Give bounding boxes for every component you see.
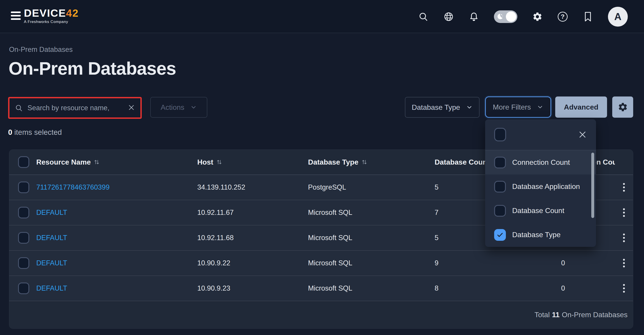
dropdown-select-all-checkbox[interactable] [494,128,506,141]
row-actions-kebab[interactable] [622,257,626,269]
top-navbar: DEVICE42 A Freshworks Company [0,0,644,33]
avatar-letter: A [614,11,622,22]
gear-icon[interactable] [532,12,542,22]
select-all-checkbox[interactable] [18,156,29,168]
resource-name-link[interactable]: DEFAULT [36,234,67,242]
column-header-host[interactable]: Host [197,158,308,166]
selection-count: 0 [8,128,12,136]
column-label: Host [197,158,213,166]
row-checkbox[interactable] [18,232,29,244]
advanced-button[interactable]: Advanced [555,97,607,118]
clear-search-icon[interactable] [128,104,135,112]
option-checkbox[interactable] [494,157,506,168]
row-actions-kebab[interactable] [622,283,626,294]
column-label: Database Count [435,158,490,166]
host-cell: 10.92.11.68 [197,234,308,242]
table-settings-button[interactable] [612,97,633,118]
device42-logo[interactable]: DEVICE42 A Freshworks Company [24,7,79,24]
page-title: On-Prem Databases [8,58,176,79]
search-icon [15,104,23,112]
check-icon [496,231,504,239]
actions-label: Actions [161,103,184,112]
database-count-cell: 9 [435,259,561,267]
filter-option-database-application[interactable]: Database Application [485,174,596,199]
moon-icon [496,13,504,22]
column-label: Database Type [308,158,358,166]
dropdown-scrollbar-thumb[interactable] [591,153,594,218]
breadcrumb[interactable]: On-Prem Databases [9,46,73,54]
sort-icon[interactable] [216,159,222,165]
search-box-annotation-highlight[interactable] [8,97,142,119]
logo-text: DEVICE [24,7,66,19]
sort-icon[interactable] [361,159,368,165]
database-type-cell: Microsoft SQL [308,208,435,217]
filter-option-database-type[interactable]: Database Type [485,223,596,247]
table-row: DEFAULT 10.90.9.22 Microsoft SQL 9 0 [9,251,633,276]
toggle-knob [506,12,516,22]
column-header-database-type[interactable]: Database Type [308,158,435,166]
filter-option-connection-count[interactable]: Connection Count [485,150,596,174]
gear-icon [618,102,628,112]
database-type-cell: PostgreSQL [308,183,435,191]
table-row: DEFAULT 10.90.9.23 Microsoft SQL 8 0 [9,276,633,301]
column-label: Resource Name [36,158,91,166]
dropdown-header [485,119,596,150]
host-cell: 10.92.11.67 [197,208,308,217]
resource-name-link[interactable]: DEFAULT [36,284,67,292]
globe-icon[interactable] [444,12,454,22]
resource-name-link[interactable]: DEFAULT [36,259,67,267]
logo-subtitle: A Freshworks Company [24,20,79,24]
total-count: 11 [552,311,560,319]
chevron-down-icon [190,104,197,111]
host-cell: 10.90.9.22 [197,259,308,267]
app-screen: DEVICE42 A Freshworks Company [0,0,644,335]
theme-toggle[interactable] [494,10,517,23]
option-checkbox-checked[interactable] [494,229,506,241]
more-filters-button[interactable]: More Filters [485,97,551,118]
close-icon[interactable] [578,130,587,139]
option-label: Database Application [512,182,580,191]
column-header-resource-name[interactable]: Resource Name [36,158,197,166]
search-icon[interactable] [418,12,428,22]
database-type-cell: Microsoft SQL [308,259,435,267]
option-label: Database Type [512,231,561,239]
database-type-filter-label: Database Type [412,103,460,112]
row-checkbox[interactable] [18,282,29,294]
help-icon[interactable]: ? [558,12,568,22]
resource-name-link[interactable]: 7117261778463760399 [36,183,110,191]
selection-status: 0 items selected [8,128,62,137]
more-filters-dropdown: Connection Count Database Application Da… [485,119,596,247]
database-count-cell: 8 [435,284,561,292]
row-actions-kebab[interactable] [622,232,626,243]
total-prefix: Total [534,311,550,319]
option-label: Connection Count [512,158,570,167]
row-checkbox[interactable] [18,181,29,193]
row-actions-kebab[interactable] [622,182,626,193]
filter-option-database-count[interactable]: Database Count [485,199,596,223]
bookmark-icon[interactable] [583,12,593,22]
resource-name-link[interactable]: DEFAULT [36,208,67,216]
total-suffix: On-Prem Databases [562,311,628,319]
chevron-down-icon [537,104,544,111]
actions-button[interactable]: Actions [150,97,207,118]
user-avatar[interactable]: A [608,7,628,27]
option-checkbox[interactable] [494,181,506,193]
connection-count-cell: 0 [561,284,615,292]
more-filters-label: More Filters [493,103,531,111]
database-type-cell: Microsoft SQL [308,284,435,292]
row-checkbox[interactable] [18,207,29,218]
navbar-icons: ? A [418,0,628,33]
host-cell: 10.90.9.23 [197,284,308,292]
option-checkbox[interactable] [494,205,506,217]
database-type-cell: Microsoft SQL [308,234,435,242]
row-actions-kebab[interactable] [622,207,626,218]
database-type-filter-button[interactable]: Database Type [405,97,480,118]
sort-icon[interactable] [94,159,100,165]
search-input[interactable] [28,104,123,112]
logo-accent: 42 [66,7,79,19]
hamburger-menu-icon[interactable] [11,12,21,20]
advanced-label: Advanced [564,103,598,111]
question-glyph: ? [558,12,568,22]
bell-icon[interactable] [469,12,479,22]
row-checkbox[interactable] [18,257,29,269]
